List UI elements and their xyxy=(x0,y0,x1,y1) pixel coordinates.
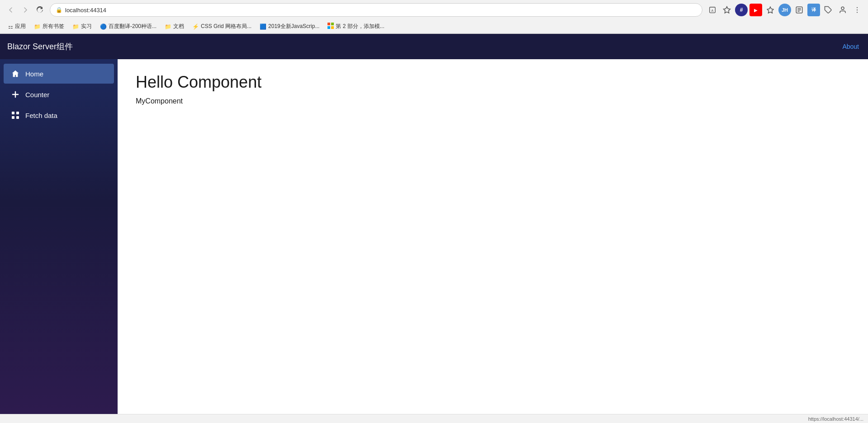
browser-actions: A # ▶ JH xyxy=(706,4,863,16)
main-layout: Home Counter xyxy=(0,59,868,414)
sidebar-item-home[interactable]: Home xyxy=(4,64,114,84)
baidu-icon: 🔵 xyxy=(100,24,107,30)
svg-point-9 xyxy=(857,7,858,8)
star-icon[interactable] xyxy=(721,4,733,16)
js-icon: 🟦 xyxy=(260,24,266,30)
sidebar-item-counter[interactable]: Counter xyxy=(4,85,114,104)
svg-point-11 xyxy=(857,12,858,13)
sidebar-item-home-label: Home xyxy=(25,70,43,78)
back-button[interactable] xyxy=(5,4,17,16)
page-subtext: MyComponent xyxy=(136,97,850,105)
about-link[interactable]: About xyxy=(842,43,859,50)
home-icon xyxy=(11,69,20,78)
svg-rect-15 xyxy=(331,26,334,29)
translate-icon[interactable]: A xyxy=(706,4,719,16)
profile-icon[interactable] xyxy=(836,4,849,16)
extension-icon-jh[interactable]: JH xyxy=(778,4,791,16)
bookmark-internship[interactable]: 📁 实习 xyxy=(69,22,95,31)
svg-point-8 xyxy=(841,7,844,9)
sidebar: Home Counter xyxy=(0,59,118,414)
svg-rect-19 xyxy=(16,116,19,119)
browser-chrome: 🔒 localhost:44314 A # ▶ xyxy=(0,0,868,34)
youtube-icon[interactable]: ▶ xyxy=(749,4,762,16)
extension-icon-1[interactable]: # xyxy=(735,4,748,16)
status-bar: https://localhost:44314/... xyxy=(0,414,868,423)
address-bar[interactable]: 🔒 localhost:44314 xyxy=(50,3,702,17)
bookmarks-bar: ⚏ 应用 📁 所有书签 📁 实习 🔵 百度翻译-200种语... 📁 文档 ⚡ … xyxy=(0,20,868,33)
menu-icon[interactable] xyxy=(851,4,863,16)
sidebar-item-fetchdata-label: Fetch data xyxy=(25,112,57,119)
content-area: Hello Component MyComponent xyxy=(118,59,868,414)
bookmark-part2[interactable]: 第 2 部分，添加模... xyxy=(324,22,388,31)
svg-marker-2 xyxy=(724,7,730,13)
svg-rect-18 xyxy=(12,116,14,119)
bookmark-cssgrid[interactable]: ⚡ CSS Grid 网格布局... xyxy=(189,22,255,31)
bookmark-js2019[interactable]: 🟦 2019全新JavaScrip... xyxy=(256,22,323,31)
bookmark-docs[interactable]: 📁 文档 xyxy=(161,22,188,31)
lock-icon: 🔒 xyxy=(56,7,62,13)
cssgrid-icon: ⚡ xyxy=(192,24,199,30)
plus-icon xyxy=(11,90,20,99)
app-title: Blazor Server组件 xyxy=(7,41,73,52)
extension-icon-2[interactable] xyxy=(764,4,777,16)
address-text: localhost:44314 xyxy=(65,7,697,14)
status-url: https://localhost:44314/... xyxy=(808,416,863,422)
bookmark-baidu[interactable]: 🔵 百度翻译-200种语... xyxy=(96,22,160,31)
page-heading: Hello Component xyxy=(136,73,850,92)
app-container: Blazor Server组件 About Home xyxy=(0,34,868,414)
apps-icon: ⚏ xyxy=(8,24,13,30)
part2-icon xyxy=(327,23,334,30)
svg-rect-12 xyxy=(327,23,330,25)
folder-icon: 📁 xyxy=(34,24,41,30)
folder-icon-3: 📁 xyxy=(165,24,171,30)
svg-rect-13 xyxy=(331,23,334,25)
bookmark-apps[interactable]: ⚏ 应用 xyxy=(5,22,29,31)
browser-toolbar: 🔒 localhost:44314 A # ▶ xyxy=(0,0,868,20)
reload-button[interactable] xyxy=(33,4,46,16)
bookmark-all[interactable]: 📁 所有书签 xyxy=(30,22,68,31)
extensions-icon[interactable] xyxy=(822,4,835,16)
nav-buttons xyxy=(5,4,46,16)
folder-icon-2: 📁 xyxy=(72,24,79,30)
grid-icon xyxy=(11,111,20,120)
svg-text:A: A xyxy=(711,9,714,13)
svg-rect-16 xyxy=(12,112,14,114)
forward-button[interactable] xyxy=(19,4,32,16)
svg-rect-14 xyxy=(327,26,330,29)
top-nav: Blazor Server组件 About xyxy=(0,34,868,59)
sidebar-item-fetchdata[interactable]: Fetch data xyxy=(4,105,114,125)
sidebar-item-counter-label: Counter xyxy=(25,91,49,99)
translate-ext-icon[interactable]: 译 xyxy=(807,4,820,16)
svg-point-10 xyxy=(857,9,858,10)
svg-rect-17 xyxy=(16,112,19,114)
reading-list-icon[interactable] xyxy=(793,4,806,16)
top-nav-right: About xyxy=(842,42,859,51)
